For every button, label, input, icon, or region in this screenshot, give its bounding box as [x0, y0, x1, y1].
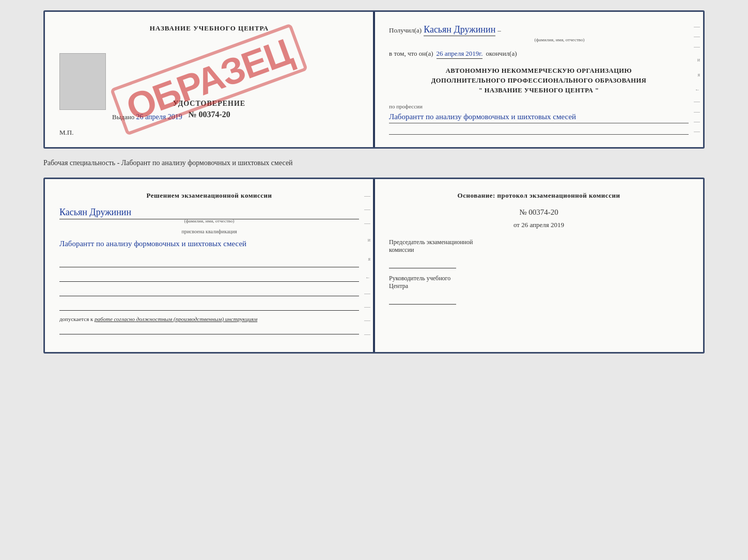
- vydano-line: Выдано 26 апреля 2019: [112, 113, 363, 121]
- predsedatel-sig-line: [389, 257, 456, 268]
- fio-hint-top: (фамилия, имя, отчество): [430, 37, 689, 42]
- edge-ya: я: [694, 72, 700, 77]
- prof-label: по профессии: [389, 103, 689, 109]
- org-block: АВТОНОМНУЮ НЕКОММЕРЧЕСКУЮ ОРГАНИЗАЦИЮ ДО…: [389, 66, 689, 95]
- edge-i-b: и: [364, 237, 370, 243]
- cert-left-page: НАЗВАНИЕ УЧЕБНОГО ЦЕНТРА ОБРАЗЕЦ УДОСТОВ…: [45, 12, 375, 147]
- underline-4: [59, 301, 359, 311]
- okonchil-label: окончил(а): [486, 50, 517, 58]
- edge-line: [364, 294, 370, 294]
- prof-block: по профессии Лаборантт по анализу формов…: [389, 103, 689, 135]
- photo-placeholder: [59, 53, 106, 110]
- edge-line: [694, 122, 700, 122]
- kasyan-fio-hint: (фамилия, имя, отчество): [59, 218, 359, 223]
- vtom-date: 26 апреля 2019г.: [437, 50, 483, 59]
- bottom-right-edge-lines: и я ←: [364, 189, 370, 342]
- mp-label: М.П.: [59, 129, 73, 137]
- edge-line: [364, 321, 370, 321]
- edge-arrow-b: ←: [364, 275, 370, 280]
- underline-2: [59, 273, 359, 282]
- resheniem-title: Решением экзаменационной комиссии: [59, 191, 359, 200]
- underline-1: [59, 258, 359, 267]
- edge-line: [694, 47, 700, 47]
- edge-line: [364, 196, 370, 197]
- bottom-certificate-book: и я ← Решением экзаменационной комиссии …: [43, 178, 705, 354]
- ot-date-value: 26 апреля 2019: [521, 221, 564, 229]
- bottom-right-page: Основание: протокол экзаменационной коми…: [375, 179, 703, 352]
- rukovoditel-sig-line: [389, 293, 456, 305]
- underline-3: [59, 287, 359, 296]
- poluchil-fio: Касьян Дружинин: [424, 24, 495, 36]
- edge-line: [694, 132, 700, 132]
- rukovoditel-block: Руководитель учебного Центра: [389, 275, 689, 305]
- dopuskaetsya-value: работе согласно должностным (производств…: [95, 316, 257, 322]
- vydano-prefix: Выдано: [112, 113, 134, 121]
- org-line1: АВТОНОМНУЮ НЕКОММЕРЧЕСКУЮ ОРГАНИЗАЦИЮ: [389, 66, 689, 76]
- cert-school-title: НАЗВАНИЕ УЧЕБНОГО ЦЕНТРА: [59, 24, 359, 33]
- right-edge-lines: и я ←: [694, 22, 700, 137]
- prof-value: Лаборантт по анализу формовочных и шихто…: [389, 110, 689, 123]
- kasyan-fio: Касьян Дружинин: [59, 207, 131, 217]
- kvali-block: Лаборантт по анализу формовочных и шихто…: [59, 237, 359, 251]
- dopuskaetsya-underline: [59, 325, 359, 334]
- edge-line: [364, 223, 370, 224]
- ot-date: от 26 апреля 2019: [389, 221, 689, 229]
- ot-prefix: от: [513, 221, 520, 229]
- edge-line: [694, 102, 700, 102]
- edge-arrow: ←: [694, 87, 700, 92]
- edge-line: [364, 307, 370, 308]
- edge-line: [694, 27, 700, 27]
- org-line3: " НАЗВАНИЕ УЧЕБНОГО ЦЕНТРА ": [389, 86, 689, 95]
- edge-ya-b: я: [364, 256, 370, 262]
- vtom-prefix: в том, что он(а): [389, 50, 433, 58]
- osnovanie-title: Основание: протокол экзаменационной коми…: [389, 191, 689, 200]
- vtom-line: в том, что он(а) 26 апреля 2019г. окончи…: [389, 50, 689, 59]
- cert-right-page: и я ← Получил(а) Касьян Дружинин – (фами…: [375, 12, 703, 147]
- poluchil-line: Получил(а) Касьян Дружинин –: [389, 24, 689, 36]
- org-line2: ДОПОЛНИТЕЛЬНОГО ПРОФЕССИОНАЛЬНОГО ОБРАЗО…: [389, 76, 689, 86]
- specialty-label: Рабочая специальность - Лаборант по анал…: [43, 155, 705, 171]
- vydano-date: 26 апреля 2019: [136, 113, 182, 121]
- top-certificate-book: НАЗВАНИЕ УЧЕБНОГО ЦЕНТРА ОБРАЗЕЦ УДОСТОВ…: [43, 10, 705, 149]
- edge-line: [694, 112, 700, 113]
- edge-line: [364, 210, 370, 210]
- rukovoditel-line2: Центра: [389, 282, 689, 290]
- edge-i: и: [694, 57, 700, 62]
- predsedatel-block: Председатель экзаменационной комиссии: [389, 238, 689, 268]
- kasyan-fio-line: Касьян Дружинин: [59, 207, 359, 219]
- poluchil-label: Получил(а): [389, 26, 422, 35]
- prof-underline2: [389, 125, 689, 135]
- bottom-left-page: и я ← Решением экзаменационной комиссии …: [45, 179, 375, 352]
- protokol-number: № 00374-20: [389, 208, 689, 217]
- predsedatel-line1: Председатель экзаменационной: [389, 238, 689, 246]
- edge-line: [694, 37, 700, 37]
- predsedatel-line2: комиссии: [389, 246, 689, 254]
- prisvoena-label: присвоена квалификация: [59, 229, 359, 234]
- dopuskaetsya-prefix: допускается к: [59, 316, 93, 322]
- kvali-value: Лаборантт по анализу формовочных и шихто…: [59, 239, 246, 248]
- edge-line: [364, 334, 370, 335]
- rukovoditel-line1: Руководитель учебного: [389, 275, 689, 282]
- dopuskaetsya-text: допускается к работе согласно должностны…: [59, 316, 359, 322]
- underlines-block: [59, 258, 359, 311]
- document-container: НАЗВАНИЕ УЧЕБНОГО ЦЕНТРА ОБРАЗЕЦ УДОСТОВ…: [43, 10, 705, 354]
